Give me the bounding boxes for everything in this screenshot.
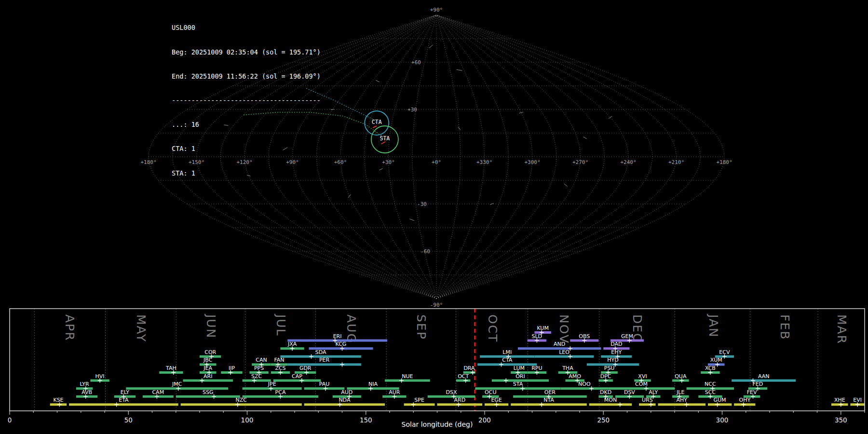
shower-bar-ETA (69, 403, 178, 406)
map-pole-label-north: +90° (430, 7, 443, 13)
shower-XHE: XHE (831, 397, 848, 407)
shower-OBS: OBS (570, 333, 598, 343)
shower-peak-marker-SDA (309, 354, 313, 359)
shower-label-ORI: ORI (515, 373, 525, 380)
shower-bar-CAP (273, 380, 321, 382)
shower-peak-marker-PER (340, 362, 344, 366)
map-lon-label: +30° (382, 159, 395, 165)
shower-label-MON: MON (604, 397, 617, 403)
radiant-CTA: CTA (365, 111, 389, 135)
shower-label-DAD: DAD (610, 341, 622, 347)
shower-DSV: DSV (615, 389, 644, 399)
shower-label-ZCS: ZCS (275, 365, 285, 371)
sporadic-meteor (583, 137, 587, 139)
shower-bar-DSX (428, 395, 475, 398)
map-meridian (436, 15, 604, 298)
session-info: USL000 Beg: 20251009 02:35:04 (sol = 195… (172, 8, 321, 185)
shower-label-AND: AND (554, 341, 565, 347)
shower-label-SLD: SLD (532, 333, 542, 339)
shower-bar-TAH (159, 371, 183, 374)
shower-label-PPS: PPS (254, 365, 264, 371)
shower-label-CAP: CAP (292, 373, 302, 380)
shower-RPU: RPU (528, 365, 546, 375)
shower-SPE: SPE (404, 397, 435, 407)
shower-label-DSX: DSX (446, 389, 457, 395)
sporadic-meteor (379, 168, 382, 170)
shower-bar-COM (608, 387, 675, 390)
meteor-radiant-report: { "info": { "lines": [ "USL000", "Beg: 2… (0, 0, 868, 434)
shower-label-EHY: EHY (611, 349, 622, 355)
month-label: MAR (835, 314, 849, 344)
map-lon-label: +330° (476, 159, 492, 165)
shower-label-LMI: LMI (502, 349, 512, 355)
shower-OHY: OHY (734, 397, 755, 407)
shower-label-LEO: LEO (559, 349, 570, 355)
shower-label-ERI: ERI (333, 333, 342, 339)
shower-label-KUM: KUM (537, 325, 548, 331)
month-label: APR (63, 314, 77, 341)
shower-QUA: QUA (672, 373, 689, 383)
map-lon-label: +180° (716, 159, 732, 165)
shower-label-JXA: JXA (287, 341, 297, 347)
shower-GUM: GUM (708, 397, 732, 407)
sporadic-meteor (429, 45, 433, 48)
shower-ZCS: ZCS (271, 365, 290, 375)
map-lon-label: +270° (572, 159, 588, 165)
shower-label-AUR: AUR (389, 389, 400, 395)
begin-time-line: Beg: 20251009 02:35:04 (sol = 195.71°) (172, 48, 321, 56)
shower-label-AUD: AUD (341, 389, 353, 395)
shower-label-AVB: AVB (81, 389, 92, 395)
shower-OCT: OCT (456, 373, 471, 383)
sporadic-meteor (457, 69, 462, 70)
map-lat-label: +60 (411, 59, 421, 66)
shower-label-KCG: KCG (336, 341, 347, 347)
shower-AVB: AVB (76, 389, 97, 399)
shower-label-GUM: GUM (714, 397, 726, 403)
x-axis-title: Solar longitude (deg) (10, 420, 865, 428)
shower-label-PER: PER (319, 357, 330, 363)
matched-meteor-STA (381, 142, 386, 144)
shower-label-HYD: HYD (607, 357, 618, 363)
shower-label-PSU: PSU (604, 365, 615, 371)
shower-label-TAH: TAH (165, 365, 176, 371)
shower-MON: MON (589, 397, 632, 407)
shower-label-PAU: PAU (319, 381, 330, 387)
shower-label-THA: THA (562, 365, 573, 371)
shower-label-NDA: NDA (339, 397, 351, 403)
shower-AUR: AUR (382, 389, 406, 399)
shower-bar-OCT (456, 380, 471, 382)
shower-JXA: JXA (280, 341, 304, 351)
shower-TAH: TAH (159, 365, 183, 375)
shower-label-LUM: LUM (514, 365, 525, 371)
shower-AAN: AAN (732, 373, 796, 383)
shower-bar-PER (287, 363, 361, 366)
shower-NTA: NTA (511, 397, 587, 407)
map-meridian (436, 15, 508, 298)
month-label: SEP (414, 314, 428, 340)
sporadic-meteor (609, 116, 612, 119)
shower-LEO: LEO (534, 349, 594, 359)
shower-NDA: NDA (304, 397, 385, 407)
radiant-label-CTA: CTA (372, 119, 382, 125)
shower-bar-SPE (404, 403, 435, 406)
shower-label-QUA: QUA (675, 373, 687, 380)
map-meridian (436, 15, 556, 298)
cta-count-line: CTA: 1 (172, 145, 321, 153)
shower-label-XVI: XVI (638, 373, 647, 380)
map-lon-label: +210° (668, 159, 684, 165)
shower-label-EVI: EVI (853, 397, 862, 403)
radiant-label-STA: STA (380, 135, 390, 142)
shower-label-URS: URS (642, 397, 653, 403)
shower-peak-marker-MON (618, 402, 622, 407)
shower-SLD: SLD (528, 333, 546, 343)
shower-bar-URS (639, 403, 656, 406)
separator-line: -------------------------------------- (172, 96, 321, 105)
shower-DPC: DPC (598, 373, 613, 383)
month-label: OCT (486, 314, 500, 342)
shower-SZC: SZC (243, 373, 271, 383)
shower-COM: COM (608, 381, 675, 391)
map-lon-label: +300° (524, 159, 540, 165)
shower-label-NOO: NOO (578, 381, 591, 387)
shower-label-ETA: ETA (119, 397, 129, 403)
shower-KSE: KSE (50, 397, 67, 407)
